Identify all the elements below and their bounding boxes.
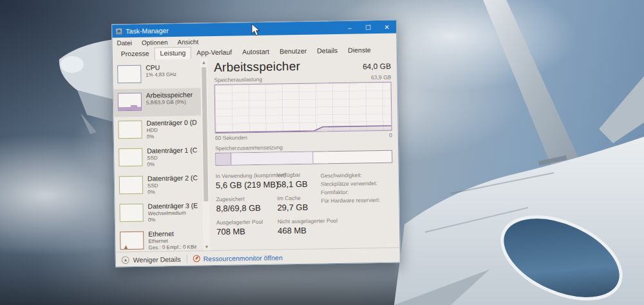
- memory-thumb-fill: [118, 107, 141, 111]
- task-manager-app-icon: [115, 28, 122, 35]
- memory-total: 64,0 GB: [363, 62, 391, 72]
- disk3-graph-thumbnail: [119, 204, 143, 222]
- sidebar-item-arbeitsspeicher[interactable]: Arbeitsspeicher 5,8/63,9 GB (9%): [113, 88, 202, 117]
- wallpaper-jet-right: [394, 0, 644, 305]
- maximize-icon[interactable]: ☐: [359, 21, 377, 34]
- performance-sidebar: CPU 1% 4,83 GHz Arbeitsspeicher 5,8/63,9…: [113, 58, 204, 251]
- sidebar-item-ethernet[interactable]: Ethernet Ethernet Ges.: 0 Empf.: 0 KBit: [115, 226, 204, 251]
- weniger-details-button[interactable]: ▲ Weniger Details: [122, 255, 181, 263]
- tab-dienste[interactable]: Dienste: [343, 44, 376, 56]
- tab-leistung[interactable]: Leistung: [154, 47, 191, 60]
- menu-optionen[interactable]: Optionen: [142, 39, 168, 46]
- usage-graph-max: 63,9 GB: [371, 74, 391, 81]
- tab-autostart[interactable]: Autostart: [237, 46, 274, 58]
- composition-in-use-segment: [216, 153, 231, 165]
- hw-hardware-reserviert: Für Hardware reserviert:: [321, 196, 388, 206]
- graph-right-label: 0: [389, 132, 392, 139]
- tab-app-verlauf[interactable]: App-Verlauf: [191, 46, 237, 58]
- memory-composition-bar[interactable]: [215, 150, 392, 166]
- cpu-graph-thumbnail: [117, 65, 141, 84]
- ressourcenmonitor-link[interactable]: Ressourcenmonitor öffnen: [193, 253, 283, 262]
- ethernet-graph-thumbnail: [120, 231, 144, 250]
- menu-ansicht[interactable]: Ansicht: [177, 38, 198, 46]
- stat-in-verwendung: In Verwendung (komprimiert) 5,6 GB (219 …: [216, 172, 277, 190]
- footer-divider: [187, 255, 187, 263]
- memory-usage-graph[interactable]: [214, 82, 392, 133]
- hardware-info: Geschwindigkeit: Steckplätze verwendet: …: [321, 171, 389, 206]
- sidebar-item-datentraeger-2[interactable]: Datenträger 2 (C SSD 0%: [115, 171, 203, 200]
- scroll-up-icon[interactable]: ▲: [202, 58, 206, 66]
- sidebar-item-datentraeger-0[interactable]: Datenträger 0 (D HDD 0%: [113, 115, 202, 144]
- sidebar-item-cpu[interactable]: CPU 1% 4,83 GHz: [113, 60, 201, 89]
- tab-benutzer[interactable]: Benutzer: [274, 46, 312, 57]
- memory-graph-thumbnail: [118, 93, 142, 112]
- resource-monitor-icon: [193, 255, 200, 262]
- tab-details[interactable]: Details: [312, 45, 343, 57]
- ethernet-thumb-spike: [124, 245, 128, 249]
- chevron-up-icon: ▲: [122, 256, 129, 264]
- sidebar-item-datentraeger-1[interactable]: Datenträger 1 (C SSD 0%: [114, 143, 202, 172]
- scroll-down-icon[interactable]: ▼: [204, 242, 209, 250]
- close-icon[interactable]: ✕: [377, 21, 396, 34]
- window-title: Task-Manager: [126, 26, 169, 35]
- disk2-graph-thumbnail: [119, 176, 143, 195]
- tab-prozesse[interactable]: Prozesse: [116, 48, 155, 59]
- stat-zugesichert: Zugesichert 8,8/69,8 GB: [216, 195, 277, 213]
- menu-datei[interactable]: Datei: [117, 39, 132, 46]
- sidebar-item-datentraeger-3[interactable]: Datenträger 3 (E Wechselmedium 0%: [115, 199, 203, 228]
- mouse-cursor-icon: [251, 23, 261, 37]
- memory-usage-line-chart: [215, 83, 392, 133]
- composition-standby-segment: [231, 152, 313, 165]
- task-manager-window: Task-Manager – ☐ ✕ Datei Optionen Ansich…: [111, 20, 401, 268]
- stat-nicht-ausgelagerter-pool: Nicht ausgelagerter Pool 468 MB: [278, 217, 339, 235]
- graph-x-label: 60 Sekunden: [215, 134, 247, 141]
- memory-panel: Arbeitsspeicher 64,0 GB Speicherauslastu…: [207, 55, 400, 251]
- minimize-icon[interactable]: –: [340, 21, 359, 34]
- page-title: Arbeitsspeicher: [214, 59, 300, 75]
- stat-ausgelagerter-pool: Ausgelagerter Pool 708 MB: [216, 218, 278, 236]
- memory-stats: In Verwendung (komprimiert) 5,6 GB (219 …: [216, 170, 394, 237]
- disk1-graph-thumbnail: [118, 148, 142, 167]
- usage-graph-label: Speicherauslastung: [214, 76, 262, 83]
- disk0-graph-thumbnail: [118, 121, 142, 139]
